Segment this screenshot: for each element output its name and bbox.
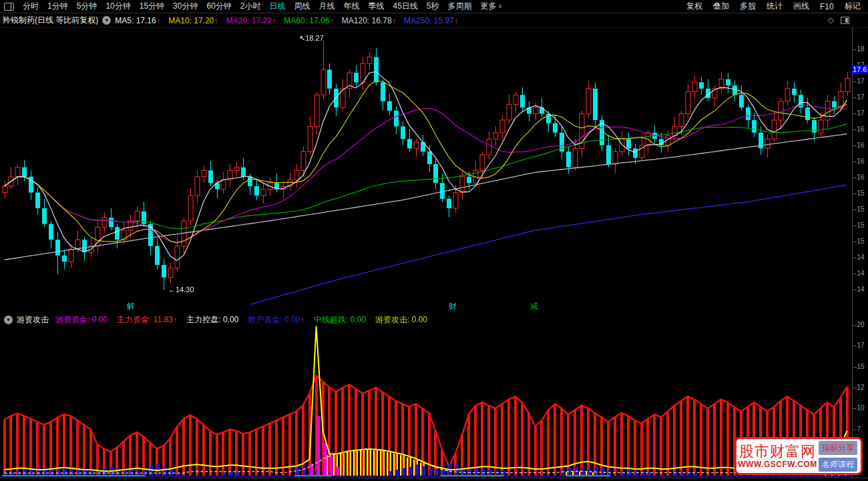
- main-axis-label: –17: [853, 93, 865, 101]
- main-axis-label: –17: [853, 77, 865, 85]
- main-axis-label: –15: [853, 189, 865, 197]
- diamond-icon[interactable]: ◇: [828, 15, 834, 25]
- tool-item-统计[interactable]: 统计: [767, 1, 783, 12]
- period-item-15分钟[interactable]: 15分钟: [140, 1, 164, 12]
- sub-axis-label: –15: [853, 363, 865, 370]
- period-item-更多 ›[interactable]: 更多 ›: [481, 1, 501, 12]
- period-item-5秒[interactable]: 5秒: [427, 1, 439, 12]
- ma-legend-item: MA5: 17.16↑: [115, 16, 160, 25]
- indicator-value-item: 主力控盘: 0.00: [186, 314, 238, 326]
- ma-legend-item: MA120: 16.78↑: [342, 16, 396, 25]
- ma-value: MA250: 15.97: [404, 16, 454, 25]
- indicator-chart[interactable]: [0, 325, 852, 478]
- main-axis-label: –15: [853, 221, 865, 229]
- ma-legend-item: MA60: 17.06↑: [284, 16, 334, 25]
- up-arrow-icon: ↑: [330, 17, 334, 25]
- topbar-left-items: 分时1分钟5分钟10分钟15分钟30分钟60分钟2小时日线周线月线年线季线45日…: [23, 1, 501, 12]
- indicator-value-item: 游资攻击: 0.00: [375, 314, 427, 326]
- up-arrow-icon: ↑: [300, 316, 304, 324]
- indicator-value: 中线超跌: 0.00: [314, 314, 366, 326]
- event-marker-解[interactable]: 解: [127, 301, 135, 312]
- ma-value: MA60: 17.06: [284, 16, 329, 25]
- main-axis-label: –15: [853, 205, 865, 213]
- up-arrow-icon: ↑: [214, 17, 218, 25]
- main-axis-label: –14: [853, 286, 865, 293]
- tool-item-画线[interactable]: 画线: [793, 1, 809, 12]
- ma-value: MA10: 17.20: [168, 16, 214, 25]
- indicator-name[interactable]: 游资攻击: [17, 314, 49, 326]
- current-price-badge: 17.6: [852, 65, 868, 74]
- event-marker-财[interactable]: 财: [449, 301, 457, 312]
- main-axis-label: –15: [853, 237, 865, 245]
- indicator-value-item: 中线超跌: 0.00: [314, 314, 366, 326]
- watermark-badge-1: 指标分享: [819, 441, 857, 455]
- main-axis-label: –16: [853, 125, 865, 133]
- period-item-10分钟[interactable]: 10分钟: [105, 1, 130, 12]
- period-item-季线[interactable]: 季线: [369, 1, 385, 12]
- main-axis-label: –18: [853, 45, 865, 53]
- stock-info-bar: 羚锐制药(日线 等比前复权) ▾ MA5: 17.16↑MA10: 17.20↑…: [0, 13, 868, 28]
- sub-axis-label: –12: [853, 384, 865, 391]
- bottom-divider: [0, 478, 868, 478]
- indicator-value-item: 游资资金: 0.00: [55, 314, 107, 326]
- up-arrow-icon: ↑: [393, 17, 397, 25]
- watermark-badge-2: 名师课程: [819, 458, 857, 472]
- indicator-value: 主力资金: 11.83: [117, 314, 173, 326]
- period-item-5分钟[interactable]: 5分钟: [77, 1, 97, 12]
- low-price-annotation: ←14.30: [168, 286, 194, 294]
- period-item-周线[interactable]: 周线: [294, 1, 310, 12]
- indicator-value-item: 主力资金: 11.83↑: [117, 314, 177, 326]
- window-split-icon[interactable]: [841, 17, 849, 24]
- indicator-value: 游资资金: 0.00: [55, 314, 107, 326]
- period-item-多周期[interactable]: 多周期: [448, 1, 472, 12]
- main-axis-label: –16: [853, 157, 865, 165]
- period-item-日线[interactable]: 日线: [270, 1, 286, 12]
- watermark-banner: 股市财富网 WWW.GSCFW.COM 指标分享 名师课程: [734, 437, 863, 475]
- sub-axis-label: –10: [853, 404, 865, 412]
- up-arrow-icon: ↑: [455, 17, 459, 25]
- layout-grid-icon[interactable]: [4, 3, 14, 11]
- period-item-60分钟[interactable]: 60分钟: [206, 1, 231, 12]
- ma-legend: MA5: 17.16↑MA10: 17.20↑MA20: 17.22↑MA60:…: [115, 16, 458, 25]
- period-item-2小时[interactable]: 2小时: [240, 1, 261, 12]
- main-axis-label: –16: [853, 141, 865, 149]
- period-toolbar: 分时1分钟5分钟10分钟15分钟30分钟60分钟2小时日线周线月线年线季线45日…: [0, 0, 868, 13]
- ma-value: MA20: 17.22: [226, 16, 272, 25]
- tool-item-F10[interactable]: F10: [820, 2, 834, 11]
- ma-value: MA120: 16.78: [342, 16, 392, 25]
- candlestick-chart[interactable]: [0, 27, 852, 314]
- period-item-年线[interactable]: 年线: [344, 1, 360, 12]
- sub-axis-label: –7.: [853, 426, 863, 433]
- chevron-down-icon[interactable]: ▾: [4, 316, 13, 324]
- tool-item-多股[interactable]: 多股: [740, 1, 756, 12]
- event-marker-减[interactable]: 减: [530, 301, 538, 312]
- period-item-45日线[interactable]: 45日线: [393, 1, 418, 12]
- watermark-url: WWW.GSCFW.COM: [736, 460, 819, 469]
- main-axis-label: –14: [853, 254, 865, 261]
- period-item-月线[interactable]: 月线: [319, 1, 335, 12]
- period-item-分时[interactable]: 分时: [23, 1, 39, 12]
- ma-value: MA5: 17.16: [115, 16, 156, 25]
- topbar-right-items: 复权叠加多股统计画线F10标记+自选返回: [686, 0, 868, 13]
- up-arrow-icon: ↑: [157, 17, 161, 25]
- sub-axis-label: –20: [853, 321, 865, 328]
- period-toolbar-left: 分时1分钟5分钟10分钟15分钟30分钟60分钟2小时日线周线月线年线季线45日…: [0, 1, 501, 12]
- indicator-value: 游资攻击: 0.00: [375, 314, 427, 326]
- up-arrow-icon: ↑: [272, 17, 276, 25]
- indicator-value-item: 散户资金: 0.00↑: [248, 314, 304, 326]
- tool-item-叠加[interactable]: 叠加: [713, 1, 729, 12]
- high-price-annotation: ↖18.27: [299, 34, 324, 43]
- indicator-value: 主力控盘: 0.00: [186, 314, 238, 326]
- watermark-title: 股市财富网: [736, 444, 819, 460]
- ma-legend-item: MA10: 17.20↑: [168, 16, 218, 25]
- up-arrow-icon: ↑: [174, 316, 178, 324]
- main-axis-label: –14: [853, 270, 865, 277]
- indicator-header: ▾ 游资攻击 游资资金: 0.00主力资金: 11.83↑主力控盘: 0.00散…: [0, 314, 868, 325]
- main-axis-label: –17: [853, 109, 865, 117]
- period-item-1分钟[interactable]: 1分钟: [47, 1, 68, 12]
- chevron-down-icon[interactable]: ▾: [102, 16, 111, 25]
- tool-item-复权[interactable]: 复权: [686, 1, 702, 12]
- period-item-30分钟[interactable]: 30分钟: [173, 1, 198, 12]
- ma-legend-item: MA250: 15.97↑: [404, 16, 458, 25]
- sub-axis-label: –17: [853, 342, 865, 349]
